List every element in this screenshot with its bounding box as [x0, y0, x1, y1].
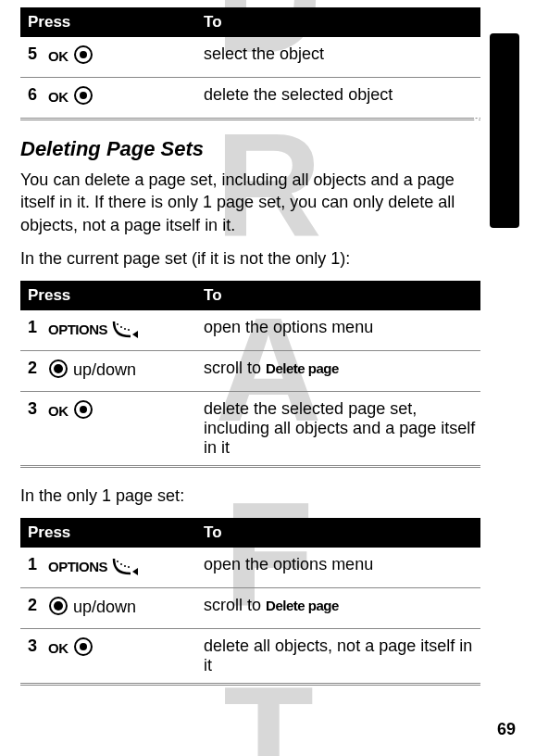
svg-point-5 — [120, 326, 122, 328]
press-cell: OK — [41, 78, 196, 120]
press-cell: OPTIONS — [41, 310, 196, 351]
press-cell: up/down — [41, 351, 196, 392]
svg-point-14 — [124, 565, 126, 567]
to-bold: Delete page — [266, 598, 339, 613]
key-label: up/down — [73, 360, 136, 379]
press-cell: OK — [41, 392, 196, 467]
key-label: OK — [48, 89, 69, 105]
key-label: OPTIONS — [48, 321, 107, 337]
table-row: 3 OK delete all objects, not a page itse… — [20, 629, 480, 685]
svg-point-12 — [117, 561, 118, 562]
to-cell: delete the selected page set, including … — [196, 392, 480, 467]
svg-point-19 — [80, 643, 87, 650]
table-row: 1 OPTIONS open the options menu — [20, 548, 480, 588]
step-number: 3 — [20, 392, 41, 467]
nav-updown-icon — [48, 359, 69, 384]
header-press: Press — [20, 518, 196, 548]
side-tab — [490, 33, 519, 228]
to-cell: open the options menu — [196, 310, 480, 351]
header-to: To — [196, 518, 480, 548]
table-row: 5 OK select the object — [20, 37, 480, 78]
paragraph: In the current page set (if it is not th… — [20, 247, 480, 270]
to-cell: delete all objects, not a page itself in… — [196, 629, 480, 685]
key-label: OPTIONS — [48, 560, 107, 575]
header-press: Press — [20, 7, 196, 37]
key-label: OK — [48, 48, 69, 64]
table-header-row: Press To — [20, 518, 480, 548]
key-label: OK — [48, 641, 69, 657]
key-label: up/down — [73, 598, 136, 617]
page-content: Press To 5 OK select the object 6 OK del… — [0, 0, 536, 686]
table-header-row: Press To — [20, 7, 480, 37]
header-to: To — [196, 281, 480, 310]
step-number: 1 — [20, 310, 41, 351]
table-row: 2 up/down scroll to Delete page — [20, 351, 480, 392]
section-heading: Deleting Page Sets — [20, 137, 480, 161]
step-number: 1 — [20, 548, 41, 588]
step-number: 6 — [20, 78, 41, 120]
table-header-row: Press To — [20, 281, 480, 310]
continuation-table: Press To 5 OK select the object 6 OK del… — [20, 7, 480, 120]
softkey-right-icon — [112, 318, 140, 343]
paragraph: In the only 1 page set: — [20, 485, 480, 507]
svg-point-17 — [54, 601, 63, 611]
nav-ok-icon — [73, 636, 93, 662]
header-press: Press — [20, 281, 196, 310]
nav-ok-icon — [73, 85, 93, 110]
press-cell: OK — [41, 629, 196, 685]
steps-table-b: Press To 1 OPTIONS open the options menu… — [20, 518, 480, 686]
step-number: 3 — [20, 629, 41, 685]
page-number: 69 — [497, 720, 516, 739]
table-row: 6 OK delete the selected object — [20, 78, 480, 120]
svg-point-6 — [124, 328, 126, 330]
press-cell: OPTIONS — [41, 548, 196, 588]
to-cell: delete the selected object — [196, 78, 480, 120]
to-cell: select the object — [196, 37, 480, 78]
table-row: 1 OPTIONS open the options menu — [20, 310, 480, 351]
nav-updown-icon — [48, 596, 69, 621]
svg-point-9 — [54, 364, 63, 373]
key-label: OK — [48, 403, 69, 419]
svg-point-7 — [128, 329, 130, 331]
steps-table-a: Press To 1 OPTIONS open the options menu… — [20, 281, 480, 468]
header-to: To — [196, 7, 480, 37]
step-number: 5 — [20, 37, 41, 78]
to-prefix: scroll to — [204, 596, 266, 614]
svg-point-11 — [80, 406, 87, 413]
to-cell: open the options menu — [196, 548, 480, 588]
table-row: 2 up/down scroll to Delete page — [20, 588, 480, 629]
svg-point-1 — [80, 51, 87, 58]
to-cell: scroll to Delete page — [196, 351, 480, 392]
to-bold: Delete page — [266, 360, 339, 376]
svg-point-4 — [117, 323, 118, 325]
to-cell: scroll to Delete page — [196, 588, 480, 629]
paragraph: You can delete a page set, including all… — [20, 169, 480, 236]
svg-point-13 — [120, 563, 122, 565]
press-cell: OK — [41, 37, 196, 78]
to-prefix: scroll to — [204, 359, 266, 377]
table-row: 3 OK delete the selected page set, inclu… — [20, 392, 480, 467]
nav-ok-icon — [73, 399, 93, 424]
svg-point-15 — [128, 566, 130, 568]
nav-ok-icon — [73, 44, 93, 69]
step-number: 2 — [20, 588, 41, 629]
side-tab-label: Messages — [468, 92, 487, 167]
svg-point-3 — [80, 92, 87, 99]
press-cell: up/down — [41, 588, 196, 629]
step-number: 2 — [20, 351, 41, 392]
softkey-right-icon — [112, 555, 140, 580]
